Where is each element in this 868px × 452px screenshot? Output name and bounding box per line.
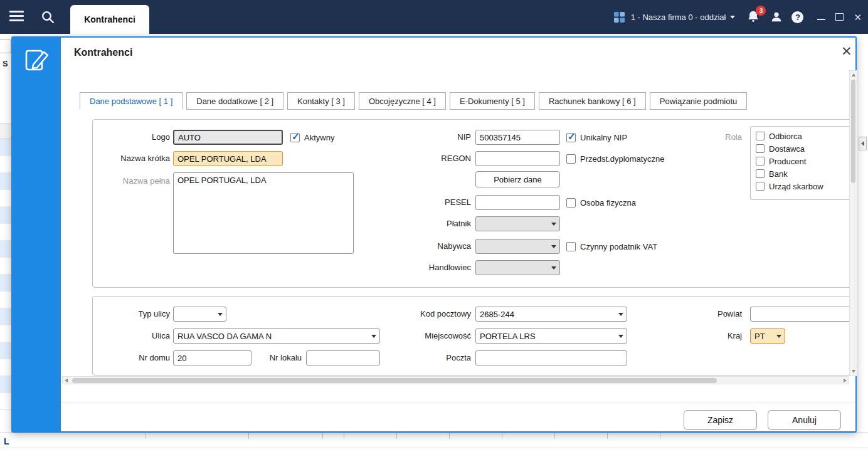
regon-input[interactable] [475,151,560,166]
tab-obcojezyczne[interactable]: Obcojęzyczne [ 4 ] [359,92,446,110]
poczta-label: Poczta [394,350,471,365]
pobierz-dane-button[interactable]: Pobierz dane [475,171,560,187]
vertical-scrollbar-thumb[interactable] [851,80,855,183]
przedst-dyplomatyczne-checkbox[interactable] [566,154,576,164]
rola-bank-checkbox[interactable] [756,169,765,178]
window-close-button[interactable]: ✕ [854,13,862,22]
table-row [0,325,11,342]
osoba-fizyczna-checkbox[interactable] [566,198,576,208]
cancel-button[interactable]: Anuluj [768,410,841,430]
save-button[interactable]: Zapisz [684,410,757,430]
nr-domu-input[interactable] [173,350,251,365]
app-window: S [0,0,868,452]
rola-odbiorca-row[interactable]: Odbiorca [756,130,849,142]
ulica-combo[interactable]: RUA VASCO DA GAMA N [173,328,380,344]
osoba-fizyczna-checkbox-row[interactable]: Osoba fizyczna [566,197,636,208]
column-divider [248,433,249,439]
divider [0,448,868,448]
scroll-down-arrow[interactable] [852,370,855,373]
logo-input[interactable] [173,130,283,145]
kod-pocztowy-combo[interactable]: 2685-244 [475,307,627,322]
tab-dane-dodatkowe[interactable]: Dane dodatkowe [ 2 ] [186,92,283,110]
typ-ulicy-select[interactable] [173,307,226,322]
apps-grid-icon[interactable] [614,12,625,23]
nip-input[interactable] [475,130,560,145]
vertical-scrollbar[interactable] [849,70,857,376]
rola-odbiorca-checkbox[interactable] [756,132,765,140]
nazwa-pelna-textarea[interactable]: OPEL PORTUGAL, LDA [173,172,354,254]
search-icon[interactable] [40,9,55,27]
rola-dostawca-checkbox[interactable] [756,144,765,153]
tab-e-dokumenty[interactable]: E-Dokumenty [ 5 ] [450,92,535,110]
company-selector[interactable]: 1 - Nasza firma 0 - oddział [631,13,726,22]
czynny-podatnik-vat-label: Czynny podatnik VAT [580,242,657,251]
footer-divider [61,402,855,402]
identification-fieldset: Logo Aktywny Nazwa krótka Nazwa pełna OP… [92,119,849,288]
tab-dane-podstawowe[interactable]: Dane podstawowe [ 1 ] [80,92,183,110]
tab-rachunek-bankowy[interactable]: Rachunek bankowy [ 6 ] [539,92,646,110]
rola-producent-row[interactable]: Producent [756,155,849,167]
rola-bank-row[interactable]: Bank [756,168,849,179]
miejscowosc-label: Miejscowość [394,328,471,344]
kraj-select[interactable]: PT [750,328,785,344]
help-button[interactable]: ? [791,11,803,23]
background-column-header-fragment: S [3,59,8,68]
tab-kontakty[interactable]: Kontakty [ 3 ] [287,92,355,110]
unikalny-nip-checkbox-row[interactable]: Unikalny NIP [566,132,627,143]
rola-label: Rola [679,130,742,145]
rola-dostawca-row[interactable]: Dostawca [756,143,849,154]
czynny-podatnik-vat-checkbox-row[interactable]: Czynny podatnik VAT [566,241,657,252]
column-divider [396,433,397,439]
background-statusbar-fragment: L [4,436,9,446]
typ-ulicy-label: Typ ulicy [93,307,170,322]
aktywny-checkbox-row[interactable]: Aktywny [290,132,334,143]
handlowiec-select[interactable] [475,260,560,275]
scroll-left-arrow[interactable] [65,379,68,382]
rola-urzad-skarbowy-checkbox[interactable] [756,182,765,191]
dialog-tab-bar: Dane podstawowe [ 1 ] Dane dodatkowe [ 2… [80,92,747,110]
dialog-close-button[interactable]: ✕ [837,43,856,60]
czynny-podatnik-vat-checkbox[interactable] [566,242,576,251]
poczta-input[interactable] [475,350,627,365]
minimize-button[interactable] [817,13,825,21]
menu-icon[interactable] [9,11,24,23]
chevron-down-icon [551,266,556,270]
miejscowosc-combo[interactable]: PORTELA LRS [475,328,627,344]
user-profile-button[interactable] [770,10,783,24]
nabywca-select[interactable] [475,239,560,254]
aktywny-label: Aktywny [304,133,334,142]
pesel-input[interactable] [475,195,560,210]
scroll-right-arrow[interactable] [844,379,847,382]
tab-kontrahenci[interactable]: Kontrahenci [70,5,149,34]
table-row [0,139,11,156]
rola-producent-checkbox[interactable] [756,157,765,166]
table-row [0,275,11,292]
scroll-up-arrow[interactable] [852,73,855,76]
aktywny-checkbox[interactable] [290,133,300,142]
powiat-label: Powiat [679,307,742,322]
nr-lokalu-input[interactable] [306,350,380,365]
background-grid-rows [0,139,11,410]
nr-lokalu-label: Nr lokalu [259,350,302,365]
powiat-input[interactable] [750,307,849,322]
unikalny-nip-checkbox[interactable] [566,133,576,142]
horizontal-scrollbar-thumb[interactable] [72,378,717,383]
background-panel-collapse-arrow[interactable] [859,137,867,150]
chevron-down-icon [371,335,376,338]
chevron-down-icon [618,335,623,338]
przedst-dyplomatyczne-checkbox-row[interactable]: Przedst.dyplomatyczne [566,153,664,164]
column-divider [322,433,323,439]
maximize-button[interactable] [835,13,844,21]
form-viewport: Dane podstawowe [ 1 ] Dane dodatkowe [ 2… [61,88,849,376]
table-row [0,359,11,376]
pesel-label: PESEL [394,195,471,210]
miejscowosc-combo-value: PORTELA LRS [480,332,536,341]
platnik-select[interactable] [475,216,560,231]
column-divider [344,433,344,439]
tab-powiazanie-podmiotu[interactable]: Powiązanie podmiotu [650,92,748,110]
rola-bank-label: Bank [769,169,788,179]
nazwa-krotka-input[interactable] [173,151,283,166]
rola-urzad-skarbowy-row[interactable]: Urząd skarbow [756,181,849,192]
notifications-button[interactable]: 3 [746,9,761,24]
horizontal-scrollbar[interactable] [62,376,849,384]
